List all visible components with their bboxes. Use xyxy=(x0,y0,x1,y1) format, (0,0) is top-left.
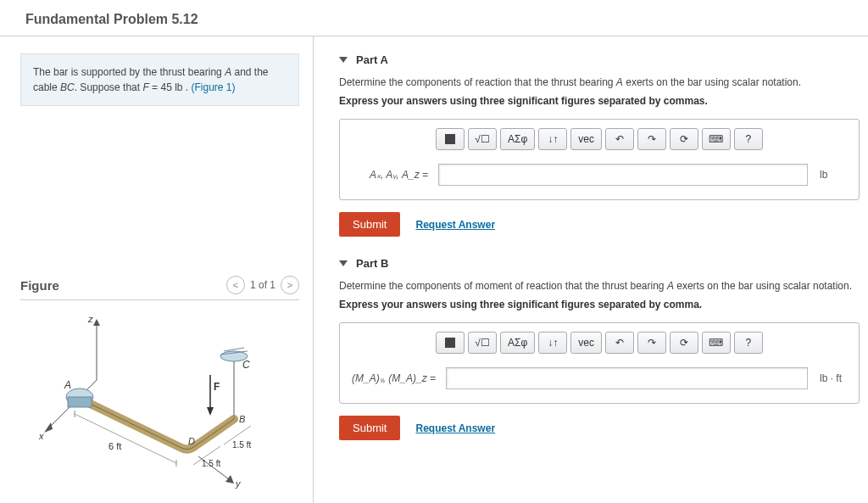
svg-rect-5 xyxy=(68,397,92,407)
next-figure-button[interactable]: > xyxy=(281,276,299,294)
caret-down-icon[interactable] xyxy=(339,57,348,63)
dim-1p5b: 1.5 ft xyxy=(232,440,251,450)
svg-marker-11 xyxy=(207,407,214,416)
sqrt-button[interactable]: √☐ xyxy=(468,332,497,354)
txt: Determine the components of reaction tha… xyxy=(339,76,616,88)
part-b-request-answer-link[interactable]: Request Answer xyxy=(415,422,495,434)
var-A: A xyxy=(225,66,231,78)
rect-icon xyxy=(445,338,455,348)
axis-x-label: x xyxy=(38,431,44,441)
problem-statement: The bar is supported by the thrust beari… xyxy=(20,53,299,106)
txt: The bar is supported by the thrust beari… xyxy=(33,66,225,78)
axis-y-label: y xyxy=(235,478,242,489)
var-A: A xyxy=(667,280,674,292)
sqrt-button[interactable]: √☐ xyxy=(468,128,497,150)
part-b-unit: lb · ft xyxy=(816,372,847,384)
figure-pager: < 1 of 1 > xyxy=(226,276,299,294)
help-button[interactable]: ? xyxy=(734,332,763,354)
label-D: D xyxy=(188,436,195,446)
undo-button[interactable]: ↶ xyxy=(605,332,634,354)
part-b-desc: Determine the components of moment of re… xyxy=(339,278,860,293)
toolbar: √☐ ΑΣφ ↓↑ vec ↶ ↷ ⟳ ⌨ ? xyxy=(352,128,847,150)
part-a-lhs: Aₓ, Aᵧ, A_z = xyxy=(352,169,430,181)
txt: . Suppose that xyxy=(75,81,143,93)
vec-button[interactable]: vec xyxy=(570,332,602,354)
figure-link[interactable]: (Figure 1) xyxy=(191,81,235,93)
page-title: Fundamental Problem 5.12 xyxy=(0,0,868,36)
txt: exerts on the bar using scalar notation. xyxy=(674,280,852,292)
part-a-input[interactable] xyxy=(438,164,808,186)
label-C: C xyxy=(242,359,250,371)
part-b-instruct: Express your answers using three signifi… xyxy=(339,299,860,310)
pager-label: 1 of 1 xyxy=(250,279,275,291)
part-a-answer-box: √☐ ΑΣφ ↓↑ vec ↶ ↷ ⟳ ⌨ ? Aₓ, Aᵧ, A_z = lb xyxy=(339,119,860,200)
undo-button[interactable]: ↶ xyxy=(605,128,634,150)
caret-down-icon[interactable] xyxy=(339,260,348,266)
svg-marker-3 xyxy=(44,422,53,433)
part-b-answer-box: √☐ ΑΣφ ↓↑ vec ↶ ↷ ⟳ ⌨ ? (M_A)ᵧ, (M_A)_z … xyxy=(339,322,860,404)
txt: Determine the components of moment of re… xyxy=(339,280,667,292)
reset-button[interactable]: ⟳ xyxy=(670,128,698,150)
dim-6ft: 6 ft xyxy=(108,441,121,451)
var-F: F xyxy=(142,81,148,93)
redo-button[interactable]: ↷ xyxy=(637,128,666,150)
part-b-lhs: (M_A)ᵧ, (M_A)_z = xyxy=(352,372,437,384)
part-a-instruct: Express your answers using three signifi… xyxy=(339,95,860,107)
greek-button[interactable]: ΑΣφ xyxy=(500,332,535,354)
toolbar: √☐ ΑΣφ ↓↑ vec ↶ ↷ ⟳ ⌨ ? xyxy=(352,332,847,354)
label-A: A xyxy=(64,379,71,391)
template-button[interactable] xyxy=(436,332,465,354)
part-a: Part A Determine the components of react… xyxy=(339,53,860,237)
part-b-input[interactable] xyxy=(446,367,808,389)
vec-button[interactable]: vec xyxy=(570,128,602,150)
prev-figure-button[interactable]: < xyxy=(226,276,245,294)
right-panel: Part A Determine the components of react… xyxy=(314,36,868,503)
svg-marker-1 xyxy=(93,319,100,326)
svg-marker-13 xyxy=(225,475,234,483)
reset-button[interactable]: ⟳ xyxy=(670,332,698,354)
template-button[interactable] xyxy=(436,128,465,150)
left-panel: The bar is supported by the thrust beari… xyxy=(0,36,314,503)
var-BC: BC xyxy=(60,81,75,93)
var-A: A xyxy=(616,76,623,88)
axis-z-label: z xyxy=(87,314,93,324)
subsup-button[interactable]: ↓↑ xyxy=(538,332,567,354)
part-a-unit: lb xyxy=(816,169,847,181)
part-a-request-answer-link[interactable]: Request Answer xyxy=(415,219,495,231)
figure-heading: Figure xyxy=(20,278,59,293)
label-B: B xyxy=(239,414,245,424)
greek-button[interactable]: ΑΣφ xyxy=(500,128,535,150)
part-a-desc: Determine the components of reaction tha… xyxy=(339,75,860,90)
txt: = 45 lb . xyxy=(149,81,192,93)
part-b: Part B Determine the components of momen… xyxy=(339,257,860,440)
part-a-title: Part A xyxy=(356,53,388,66)
part-b-title: Part B xyxy=(356,257,388,270)
svg-line-9 xyxy=(224,348,244,351)
part-a-submit-button[interactable]: Submit xyxy=(339,212,400,237)
part-b-submit-button[interactable]: Submit xyxy=(339,416,400,440)
txt: exerts on the bar using scalar notation. xyxy=(623,76,801,88)
dim-1p5a: 1.5 ft xyxy=(202,459,220,468)
rect-icon xyxy=(445,134,455,144)
figure-image: z x A C xyxy=(20,312,299,493)
help-button[interactable]: ? xyxy=(734,128,763,150)
keyboard-button[interactable]: ⌨ xyxy=(702,128,731,150)
keyboard-button[interactable]: ⌨ xyxy=(702,332,731,354)
subsup-button[interactable]: ↓↑ xyxy=(538,128,567,150)
label-F: F xyxy=(214,381,220,393)
redo-button[interactable]: ↷ xyxy=(637,332,666,354)
